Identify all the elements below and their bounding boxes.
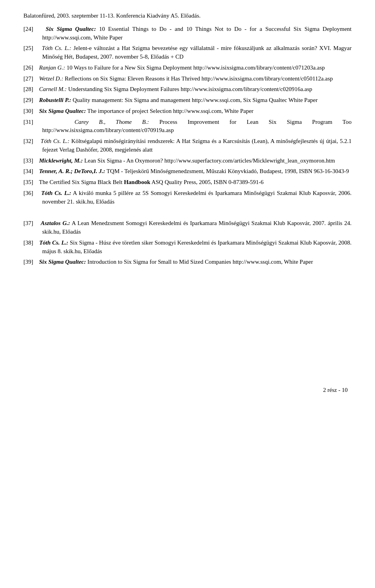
ref-number: [28] [23, 86, 39, 92]
ref-number: [26] [23, 64, 39, 71]
page-footer: 2 rész - 10 [23, 386, 352, 395]
ref-number: [30] [23, 108, 39, 114]
reference-32: [32] Tóth Cs. L.: Költségalapú minőségir… [23, 137, 352, 154]
ref-author: Tóth Cs. L.: [41, 138, 70, 144]
ref-author: Six Sigma Qualtec: [39, 108, 86, 114]
ref-number: [32] [23, 138, 41, 144]
ref-author: Six Sigma Qualtec: [39, 259, 86, 265]
reference-29: [29] Robustelli P.: Quality management: … [23, 96, 352, 105]
ref-text: 10 Ways to Failure for a New Six Sigma D… [65, 64, 325, 71]
reference-24: [24] Six Sigma Qualtec: 10 Essential Thi… [23, 25, 352, 42]
reference-35: [35] The Certified Six Sigma Black Belt … [23, 178, 352, 187]
ref-bold-word: Handbook [124, 179, 150, 185]
ref-text: Quality management: Six Sigma and manage… [71, 97, 318, 103]
ref-number: [33] [23, 157, 39, 164]
ref-author: Tóth Cs. L.: [39, 239, 68, 246]
ref-author: Asztalos G.: [41, 220, 70, 226]
reference-30: [30] Six Sigma Qualtec: The importance o… [23, 107, 352, 116]
reference-33: [33] Micklewright, M.: Lean Six Sigma - … [23, 157, 352, 165]
ref-number: [34] [23, 168, 39, 174]
ref-author: Six Sigma Qualtec: [46, 26, 96, 32]
page-content: Balatonfüred, 2003. szeptember 11-13. Ko… [23, 12, 352, 395]
ref-text: Lean Six Sigma - An Oxymoron? http://www… [83, 157, 335, 164]
ref-text: Költségalapú minőségirányítási rendszere… [42, 138, 352, 153]
ref-author: Ranjan G.: [39, 64, 65, 71]
reference-38: [38] Tóth Cs. L.: Six Sigma - Húsz éve t… [23, 239, 352, 256]
ref-text: Jelent-e változást a Hat Szigma bevezeté… [42, 45, 352, 60]
ref-number: [39] [23, 259, 39, 265]
ref-number: [31] [23, 119, 75, 125]
page-number: 2 rész - 10 [323, 386, 348, 395]
reference-34: [34] Tenner, A. R.; DeToro,I. J.: TQM - … [23, 167, 352, 176]
reference-31: [31] Carey B., Thome B.: Process Improve… [23, 118, 352, 135]
ref-author: Tóth Cs. L.: [42, 45, 71, 51]
reference-27: [27] Wetzel D.: Reflections on Six Sigma… [23, 75, 352, 83]
ref-text: Six Sigma - Húsz éve töretlen siker Somo… [42, 239, 352, 254]
ref-number: [27] [23, 75, 39, 82]
ref-text: Introduction to Six Sigma for Small to M… [86, 259, 313, 265]
ref-author: Tóth Cs. L.: [41, 190, 71, 196]
reference-36: [36] Tóth Cs. L.: A kiváló munka 5 pillé… [23, 189, 352, 206]
ref-number: [29] [23, 97, 39, 103]
ref-text: A kiváló munka 5 pillére az 5S Somogyi K… [42, 190, 352, 205]
ref-text-pre: The Certified Six Sigma Black Belt Handb… [39, 179, 264, 185]
ref-text: TQM - Teljeskörű Minőségmenedzsment, Műs… [105, 168, 349, 174]
ref-text: The importance of project Selection http… [86, 108, 254, 114]
ref-text: Reflections on Six Sigma: Eleven Reasons… [63, 75, 333, 82]
ref-author: Carnell M.: [39, 86, 67, 92]
ref-author: Robustelli P.: [39, 97, 71, 103]
ref-text: Understanding Six Sigma Deployment Failu… [67, 86, 312, 92]
ref-number: [24] [23, 26, 46, 32]
reference-28: [28] Carnell M.: Understanding Six Sigma… [23, 85, 352, 94]
ref-number: [35] [23, 179, 39, 185]
reference-25: [25] Tóth Cs. L.: Jelent-e változást a H… [23, 44, 352, 61]
ref-author: Carey B., Thome B.: [75, 119, 149, 125]
ref-author: Wetzel D.: [39, 75, 63, 82]
reference-39: [39] Six Sigma Qualtec: Introduction to … [23, 258, 352, 266]
ref-number: [37] [23, 220, 41, 226]
ref-text: A Lean Menedzsment Somogyi Kereskedelmi … [42, 220, 352, 235]
header-line: Balatonfüred, 2003. szeptember 11-13. Ko… [23, 12, 352, 20]
reference-26: [26] Ranjan G.: 10 Ways to Failure for a… [23, 64, 352, 72]
header-text: Balatonfüred, 2003. szeptember 11-13. Ko… [23, 13, 200, 19]
reference-37: [37] Asztalos G.: A Lean Menedzsment Som… [23, 219, 352, 236]
ref-author: Micklewright, M.: [39, 157, 83, 164]
ref-number: [25] [23, 45, 42, 51]
ref-author: Tenner, A. R.; DeToro,I. J.: [39, 168, 105, 174]
ref-number: [38] [23, 239, 39, 246]
ref-number: [36] [23, 190, 41, 196]
